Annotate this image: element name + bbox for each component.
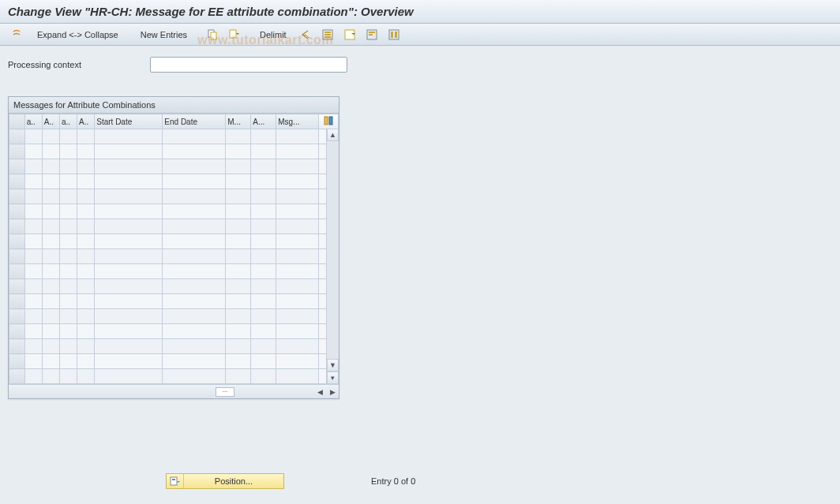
row-selector[interactable]	[9, 309, 25, 324]
row-selector[interactable]	[9, 189, 25, 204]
table-cell[interactable]	[24, 159, 42, 174]
table-cell[interactable]	[42, 369, 59, 384]
table-cell[interactable]	[251, 144, 276, 159]
table-cell[interactable]	[226, 339, 251, 354]
column-m[interactable]: M...	[226, 114, 251, 129]
position-button[interactable]: Position...	[166, 473, 284, 489]
row-selector[interactable]	[9, 279, 25, 294]
table-cell[interactable]	[42, 174, 59, 189]
table-row[interactable]	[9, 189, 339, 204]
table-cell[interactable]	[276, 294, 319, 309]
table-cell[interactable]	[163, 324, 226, 339]
new-entries-button[interactable]: New Entries	[133, 27, 194, 43]
table-cell[interactable]	[77, 249, 95, 264]
table-cell[interactable]	[276, 324, 319, 339]
scroll-down-icon[interactable]: ▼	[327, 359, 339, 371]
table-cell[interactable]	[163, 189, 226, 204]
table-cell[interactable]	[251, 219, 276, 234]
table-cell[interactable]	[59, 234, 77, 249]
table-cell[interactable]	[77, 234, 95, 249]
table-cell[interactable]	[163, 174, 226, 189]
processing-context-input[interactable]	[150, 57, 347, 73]
row-selector[interactable]	[9, 174, 25, 189]
table-cell[interactable]	[251, 129, 276, 144]
table-row[interactable]	[9, 174, 339, 189]
table-cell[interactable]	[163, 279, 226, 294]
table-cell[interactable]	[24, 294, 42, 309]
table-cell[interactable]	[163, 294, 226, 309]
table-cell[interactable]	[77, 264, 95, 279]
table-config-icon[interactable]	[319, 114, 339, 129]
table-cell[interactable]	[77, 204, 95, 219]
table-cell[interactable]	[42, 279, 59, 294]
table-row[interactable]	[9, 369, 339, 384]
table-cell[interactable]	[95, 309, 163, 324]
table-cell[interactable]	[95, 264, 163, 279]
table-cell[interactable]	[226, 279, 251, 294]
copy-as-icon[interactable]	[224, 27, 245, 43]
table-row[interactable]	[9, 339, 339, 354]
column-start-date[interactable]: Start Date	[95, 114, 163, 129]
table-cell[interactable]	[276, 159, 319, 174]
table-cell[interactable]	[95, 219, 163, 234]
table-cell[interactable]	[95, 339, 163, 354]
table-cell[interactable]	[24, 324, 42, 339]
table-cell[interactable]	[251, 279, 276, 294]
table-cell[interactable]	[77, 189, 95, 204]
table-cell[interactable]	[163, 249, 226, 264]
table-row[interactable]	[9, 279, 339, 294]
table-cell[interactable]	[59, 264, 77, 279]
table-cell[interactable]	[42, 324, 59, 339]
row-selector[interactable]	[9, 369, 25, 384]
table-cell[interactable]	[42, 129, 59, 144]
table-cell[interactable]	[251, 324, 276, 339]
table-cell[interactable]	[251, 339, 276, 354]
table-cell[interactable]	[95, 294, 163, 309]
table-row[interactable]	[9, 309, 339, 324]
table-cell[interactable]	[251, 234, 276, 249]
table-cell[interactable]	[95, 234, 163, 249]
table-row[interactable]	[9, 159, 339, 174]
table-cell[interactable]	[163, 219, 226, 234]
table-cell[interactable]	[24, 309, 42, 324]
table-cell[interactable]	[77, 324, 95, 339]
table-cell[interactable]	[226, 369, 251, 384]
table-cell[interactable]	[24, 279, 42, 294]
row-selector[interactable]	[9, 129, 25, 144]
table-cell[interactable]	[59, 204, 77, 219]
table-cell[interactable]	[77, 279, 95, 294]
table-cell[interactable]	[77, 159, 95, 174]
row-selector[interactable]	[9, 204, 25, 219]
table-cell[interactable]	[59, 144, 77, 159]
vertical-scrollbar[interactable]: ▲ ▼ ▾	[326, 129, 339, 384]
table-cell[interactable]	[59, 339, 77, 354]
scroll-right-icon[interactable]: ▶	[328, 387, 337, 397]
table-cell[interactable]	[226, 354, 251, 369]
table-cell[interactable]	[276, 369, 319, 384]
column-a1[interactable]: a..	[24, 114, 42, 129]
table-cell[interactable]	[95, 144, 163, 159]
table-cell[interactable]	[24, 144, 42, 159]
table-cell[interactable]	[163, 354, 226, 369]
delimit-button[interactable]: Delimit	[253, 27, 294, 43]
table-cell[interactable]	[24, 249, 42, 264]
table-cell[interactable]	[59, 249, 77, 264]
table-cell[interactable]	[251, 159, 276, 174]
table-cell[interactable]	[42, 219, 59, 234]
table-cell[interactable]	[95, 159, 163, 174]
column-select-icon[interactable]: ∙∙∙	[216, 387, 234, 397]
table-cell[interactable]	[77, 339, 95, 354]
table-cell[interactable]	[226, 309, 251, 324]
table-cell[interactable]	[24, 219, 42, 234]
table-cell[interactable]	[24, 204, 42, 219]
row-selector[interactable]	[9, 144, 25, 159]
table-cell[interactable]	[59, 174, 77, 189]
table-cell[interactable]	[226, 219, 251, 234]
table-cell[interactable]	[95, 324, 163, 339]
table-cell[interactable]	[24, 234, 42, 249]
table-cell[interactable]	[95, 204, 163, 219]
table-cell[interactable]	[226, 264, 251, 279]
table-cell[interactable]	[24, 189, 42, 204]
scroll-up-icon[interactable]: ▲	[327, 129, 339, 141]
table-cell[interactable]	[59, 324, 77, 339]
